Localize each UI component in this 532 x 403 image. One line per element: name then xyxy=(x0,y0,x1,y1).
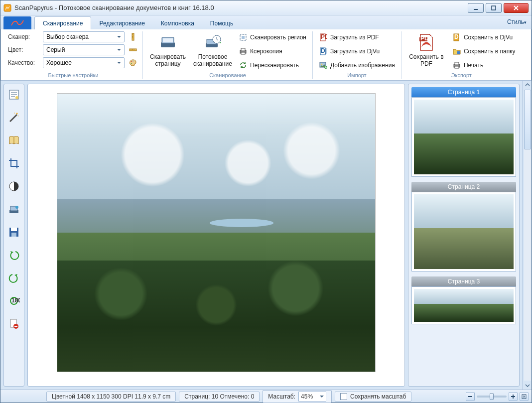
close-button[interactable] xyxy=(504,3,529,13)
quick-group-label: Быстрые настройки xyxy=(8,71,138,78)
app-menu-button[interactable] xyxy=(3,16,31,29)
thumbs-scrollbar[interactable] xyxy=(523,81,532,390)
scanner-icon xyxy=(158,32,178,52)
svg-rect-23 xyxy=(241,48,245,51)
save-folder-button[interactable]: Сохранить в папку xyxy=(450,45,518,57)
export-group-label: Экспорт xyxy=(405,71,518,78)
region-icon xyxy=(239,33,248,42)
add-images-button[interactable]: Добавить изображения xyxy=(317,59,397,71)
svg-rect-16 xyxy=(163,38,173,42)
zoom-slider[interactable] xyxy=(477,396,507,398)
pdf-icon: PDF xyxy=(319,33,328,42)
print-button[interactable]: Печать xyxy=(450,59,518,71)
canvas-area[interactable] xyxy=(27,84,405,387)
svg-point-44 xyxy=(15,96,18,99)
save-icon[interactable] xyxy=(6,225,21,240)
svg-rect-3 xyxy=(132,33,134,40)
thumb-header: Страница 3 xyxy=(411,276,516,286)
ruler-horiz-icon[interactable] xyxy=(128,44,138,55)
properties-icon[interactable] xyxy=(6,87,21,102)
printer-icon xyxy=(239,47,248,56)
scanner-combo[interactable]: Выбор сканера xyxy=(43,31,125,42)
folder-save-icon xyxy=(452,47,461,56)
load-pdf-button[interactable]: PDF Загрузить из PDF xyxy=(317,31,397,43)
djvu-icon: DjVu xyxy=(319,47,328,56)
status-pages: Страниц: 10 Отмечено: 0 xyxy=(179,392,260,402)
rotate-180-icon[interactable]: 180 xyxy=(6,293,21,308)
thumb-page-2[interactable]: Страница 2 xyxy=(411,182,516,271)
scan-page-button[interactable]: Сканировать страницу xyxy=(147,31,189,69)
thumb-page-1[interactable]: Страница 1 xyxy=(411,87,516,177)
maximize-button[interactable] xyxy=(486,3,502,13)
content-area: 180 Страница 1 Страница 2 Страница xyxy=(0,81,523,390)
titlebar: ScanPapyrus - Потоковое сканирование док… xyxy=(0,0,532,15)
svg-rect-36 xyxy=(457,51,460,54)
save-pdf-button[interactable]: PDF Сохранить в PDF xyxy=(405,31,447,69)
svg-rect-2 xyxy=(492,6,496,10)
delete-page-icon[interactable] xyxy=(6,316,21,331)
scroll-handle[interactable] xyxy=(524,90,531,149)
tab-edit[interactable]: Редактирование xyxy=(91,17,152,29)
image-add-icon xyxy=(319,61,328,70)
svg-rect-52 xyxy=(11,233,16,237)
keep-zoom-checkbox[interactable] xyxy=(340,393,347,400)
palette-icon[interactable] xyxy=(128,57,138,68)
crop-icon[interactable] xyxy=(6,156,21,171)
rotate-right-icon[interactable] xyxy=(6,270,21,285)
tab-scan[interactable]: Сканирование xyxy=(34,16,91,29)
load-djvu-button[interactable]: DjVu Загрузить из DjVu xyxy=(317,45,397,57)
clock-scan-icon xyxy=(203,32,223,52)
ruler-vert-icon[interactable] xyxy=(128,31,138,42)
thumbnails-panel: Страница 1 Страница 2 Страница 3 xyxy=(408,84,520,387)
book-icon[interactable] xyxy=(6,133,21,148)
scroll-down-icon[interactable] xyxy=(524,382,532,390)
main-image xyxy=(57,93,376,372)
scanner-small-icon[interactable] xyxy=(6,202,21,217)
svg-point-30 xyxy=(321,64,323,65)
status-info: Цветной 1408 x 1150 300 DPI 11.9 x 9.7 c… xyxy=(46,392,176,402)
thumb-page-3[interactable]: Страница 3 xyxy=(411,276,516,324)
style-menu[interactable]: Стиль▾ xyxy=(507,18,527,25)
svg-text:180: 180 xyxy=(11,297,20,304)
svg-rect-39 xyxy=(455,66,459,68)
djvu-save-icon: DjVu xyxy=(452,33,461,42)
tab-layout[interactable]: Компоновка xyxy=(153,17,202,29)
svg-rect-21 xyxy=(242,36,245,39)
svg-point-13 xyxy=(131,63,132,64)
save-djvu-button[interactable]: DjVu Сохранить в DjVu xyxy=(450,31,518,43)
zoom-fit-button[interactable] xyxy=(520,392,529,401)
print-icon xyxy=(452,61,461,70)
window-title: ScanPapyrus - Потоковое сканирование док… xyxy=(14,4,468,11)
svg-text:PDF: PDF xyxy=(420,35,432,42)
zoom-out-button[interactable] xyxy=(466,392,475,401)
contrast-icon[interactable] xyxy=(6,179,21,194)
rescan-button[interactable]: Пересканировать xyxy=(237,59,308,71)
svg-text:PDF: PDF xyxy=(321,33,327,40)
quality-label: Качество: xyxy=(8,59,40,66)
magic-wand-icon[interactable] xyxy=(6,110,21,125)
rotate-left-icon[interactable] xyxy=(6,248,21,263)
svg-rect-56 xyxy=(14,326,17,327)
refresh-icon xyxy=(239,61,248,70)
scroll-up-icon[interactable] xyxy=(524,81,532,89)
svg-rect-7 xyxy=(130,49,136,51)
xerox-button[interactable]: Ксерокопия xyxy=(237,45,308,57)
pdf-big-icon: PDF xyxy=(416,32,436,52)
keep-zoom-seg[interactable]: Сохранять масштаб xyxy=(335,392,411,402)
svg-rect-38 xyxy=(455,62,459,65)
svg-point-49 xyxy=(15,206,18,209)
stream-scan-button[interactable]: Потоковое сканирование xyxy=(192,31,234,69)
ribbon: Сканер: Выбор сканера Цвет: Серый Качест… xyxy=(0,29,532,81)
svg-text:DjVu: DjVu xyxy=(454,33,461,40)
scanner-label: Сканер: xyxy=(8,33,40,40)
zoom-combo[interactable]: 45% xyxy=(298,392,326,402)
minimize-button[interactable] xyxy=(468,3,484,13)
side-toolbar: 180 xyxy=(3,84,24,387)
tab-help[interactable]: Помощь xyxy=(202,17,241,29)
zoom-in-button[interactable] xyxy=(509,392,518,401)
scan-region-button[interactable]: Сканировать регион xyxy=(237,31,308,43)
quality-combo[interactable]: Хорошее xyxy=(43,57,125,68)
svg-text:DjVu: DjVu xyxy=(321,47,327,54)
color-combo[interactable]: Серый xyxy=(43,44,125,55)
statusbar: Цветной 1408 x 1150 300 DPI 11.9 x 9.7 c… xyxy=(0,390,532,403)
